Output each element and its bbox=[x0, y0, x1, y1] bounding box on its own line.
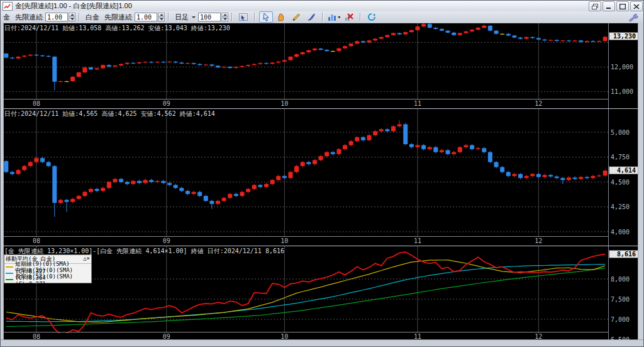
x-axis-month-label: 09 bbox=[163, 237, 170, 244]
y-axis-price-label: 7,000 bbox=[611, 316, 630, 323]
delete-indicator-icon[interactable] bbox=[342, 11, 356, 23]
x-axis-month-label: 10 bbox=[280, 100, 288, 107]
y-axis-price-label: 4,000 bbox=[611, 229, 630, 236]
settings-wrench-icon[interactable] bbox=[626, 12, 640, 23]
title-bar[interactable]: 金[先限連続]1.00 - 白金[先限連続]1.00 bbox=[1, 1, 644, 12]
platinum-label: 白金 bbox=[86, 13, 99, 22]
gold-chart-panel: 日付:2024/12/11 始値:13,058 高値:13,262 安値:13,… bbox=[1, 23, 644, 108]
y-axis-price-label: 5,000 bbox=[611, 129, 630, 136]
hand-pan-tool-icon[interactable] bbox=[274, 11, 288, 23]
long-sma-swatch bbox=[6, 279, 13, 280]
platinum-series-label: 先限連続 bbox=[104, 13, 132, 22]
x-axis-month-label: 08 bbox=[33, 100, 40, 107]
platinum-chart-panel: 日付:2024/12/11 始値:4,565 高値:4,625 安値:4,562… bbox=[1, 108, 644, 246]
y-axis-price-label: 7,500 bbox=[611, 296, 630, 303]
y-axis-price-label: 11,000 bbox=[611, 88, 633, 95]
x-axis-month-label: 09 bbox=[163, 100, 170, 107]
x-axis-month-label: 12 bbox=[535, 100, 542, 107]
gold-candlestick-chart[interactable] bbox=[3, 23, 608, 100]
x-axis-month-label: 11 bbox=[414, 100, 421, 107]
brush-annotate-tool-icon[interactable] bbox=[304, 11, 318, 23]
x-axis-month-label: 11 bbox=[414, 237, 421, 244]
window-title: 金[先限連続]1.00 - 白金[先限連続]1.00 bbox=[15, 1, 132, 11]
platinum-x-axis: 0809101112 bbox=[3, 236, 608, 246]
platinum-ratio-spinner[interactable]: 1.00 bbox=[135, 13, 165, 21]
y-axis-price-label: 4,250 bbox=[611, 203, 630, 210]
legend-item-long-sma: 長期線(52)(0)(SMA)(C):8,271 bbox=[4, 276, 91, 283]
select-frame-tool-icon[interactable] bbox=[236, 11, 250, 23]
chart-window: 金[先限連続]1.00 - 白金[先限連続]1.00 金 先限連続 1.00 白… bbox=[0, 0, 644, 347]
platinum-price-badge: 4,614 bbox=[609, 166, 638, 174]
gold-series-label: 先限連続 bbox=[15, 13, 43, 22]
gold-ratio-spinner[interactable]: 1.00 bbox=[45, 13, 75, 21]
close-button[interactable] bbox=[630, 1, 643, 11]
window-frame-right bbox=[638, 23, 643, 346]
spread-line-chart[interactable] bbox=[3, 246, 608, 333]
x-axis-month-label: 08 bbox=[33, 237, 40, 244]
period-dropdown[interactable]: 日足 bbox=[175, 13, 196, 22]
minimize-button[interactable] bbox=[602, 1, 615, 11]
mid-sma-swatch bbox=[6, 273, 13, 274]
y-axis-price-label: 4,750 bbox=[611, 154, 630, 161]
toolbar: 金 先限連続 1.00 白金 先限連続 1.00 日足 100 bbox=[1, 11, 644, 23]
platinum-candlestick-chart[interactable] bbox=[3, 109, 608, 237]
moving-average-legend: 移動平均(金 白金) △× 短期線(9)(0)(SMA)(C):8,327 中期… bbox=[4, 254, 92, 283]
refresh-icon[interactable] bbox=[365, 11, 379, 23]
maximize-button[interactable] bbox=[616, 1, 629, 11]
window-frame-left bbox=[1, 23, 4, 346]
y-axis-price-label: 4,500 bbox=[611, 179, 630, 186]
spread-chart-panel: [金 先限連続 13,230×1.00]-[白金 先限連続 4,614×1.00… bbox=[1, 246, 644, 341]
x-axis-month-label: 12 bbox=[535, 237, 542, 244]
x-axis-month-label: 10 bbox=[280, 237, 288, 244]
app-chart-icon bbox=[3, 2, 13, 11]
y-axis-price-label: 8,000 bbox=[611, 276, 630, 283]
spread-price-badge: 8,616 bbox=[609, 250, 638, 258]
gold-price-badge: 13,230 bbox=[609, 32, 638, 40]
pencil-tool-icon[interactable] bbox=[289, 11, 303, 23]
window-frame-bottom bbox=[1, 339, 644, 346]
gold-label: 金 bbox=[3, 13, 10, 22]
platinum-ohlc-info: 日付:2024/12/11 始値:4,565 高値:4,625 安値:4,562… bbox=[4, 110, 215, 118]
chart-type-dropdown-icon[interactable] bbox=[327, 11, 341, 23]
y-axis-price-label: 12,000 bbox=[611, 64, 633, 71]
gold-ohlc-info: 日付:2024/12/11 始値:13,058 高値:13,262 安値:13,… bbox=[4, 24, 230, 33]
cascade-windows-button[interactable] bbox=[589, 1, 601, 11]
gold-x-axis: 0809101112 bbox=[3, 99, 608, 108]
short-sma-swatch bbox=[6, 266, 13, 268]
bar-count-spinner[interactable]: 100 bbox=[198, 13, 228, 21]
pointer-tool-icon[interactable] bbox=[259, 11, 273, 23]
